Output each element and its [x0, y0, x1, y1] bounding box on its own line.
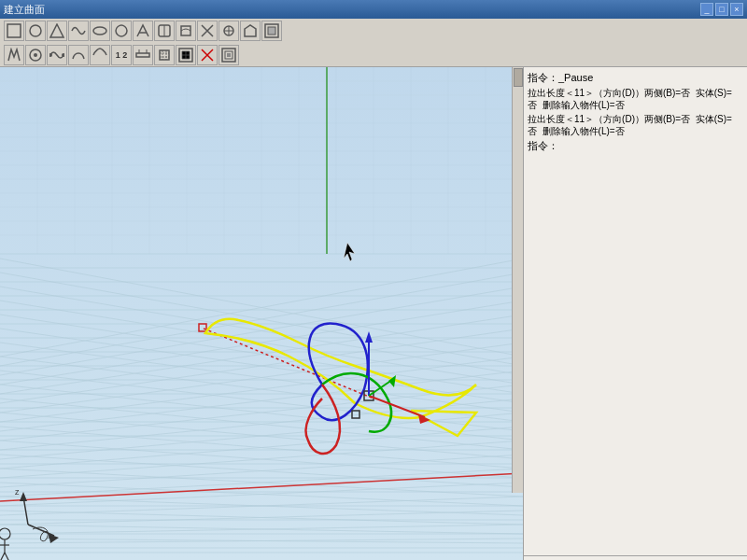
svg-marker-124 [20, 492, 27, 501]
tool-btn-1[interactable] [4, 21, 24, 41]
svg-line-54 [0, 413, 523, 459]
svg-line-79 [0, 455, 523, 487]
tool-btn-r2-2[interactable] [25, 45, 46, 65]
svg-line-84 [0, 525, 523, 534]
tool-btn-r2-5[interactable] [90, 45, 110, 65]
minimize-button[interactable]: _ [700, 3, 713, 16]
tool-btn-r2-8[interactable] [154, 45, 175, 65]
viewport[interactable]: z [0, 67, 523, 560]
tool-btn-3[interactable] [47, 21, 67, 41]
svg-line-58 [0, 469, 523, 497]
tool-btn-5[interactable] [90, 21, 110, 41]
titlebar: 建立曲面 _ □ × [0, 0, 747, 19]
close-button[interactable]: × [730, 3, 743, 16]
toolbar: 1 2 [0, 19, 747, 67]
svg-rect-15 [136, 53, 149, 57]
svg-line-46 [0, 301, 523, 385]
cmd-prompt: 指令： [528, 139, 743, 153]
svg-line-50 [0, 357, 523, 422]
scrollbar[interactable] [512, 67, 523, 493]
svg-line-44 [0, 273, 523, 366]
tool-btn-r2-7[interactable] [133, 45, 153, 65]
svg-rect-114 [199, 324, 206, 331]
svg-line-68 [0, 301, 523, 385]
svg-line-49 [0, 343, 523, 413]
svg-rect-122 [352, 411, 359, 418]
svg-line-82 [0, 497, 523, 515]
svg-line-60 [0, 497, 523, 515]
command-output: 指令：_Pause 拉出长度＜11＞（方向(D)）两侧(B)=否 实体(S)=否… [524, 67, 747, 556]
svg-line-51 [0, 371, 523, 431]
titlebar-controls[interactable]: _ □ × [700, 3, 743, 16]
scene-svg: z [0, 67, 523, 560]
svg-line-113 [204, 329, 374, 399]
tool-btn-r2-6[interactable]: 1 2 [111, 45, 132, 65]
svg-line-55 [0, 427, 523, 469]
svg-line-76 [0, 413, 523, 459]
svg-marker-119 [418, 414, 430, 424]
svg-line-63 [0, 539, 523, 543]
svg-line-112 [0, 473, 523, 501]
tool-btn-13[interactable] [261, 21, 282, 41]
svg-line-43 [0, 259, 523, 357]
svg-point-1 [30, 25, 41, 36]
tool-btn-r2-3[interactable] [47, 45, 67, 65]
svg-line-126 [28, 525, 54, 536]
svg-point-128 [0, 528, 10, 539]
tool-btn-10[interactable] [197, 21, 218, 41]
svg-line-75 [0, 399, 523, 450]
svg-line-61 [0, 511, 523, 525]
svg-line-56 [0, 441, 523, 478]
svg-line-62 [0, 525, 523, 534]
svg-text:z: z [15, 487, 20, 497]
cmd-line-1: 指令：_Pause [528, 71, 743, 85]
tool-btn-12[interactable] [240, 21, 261, 41]
svg-line-48 [0, 329, 523, 403]
svg-line-80 [0, 469, 523, 497]
tool-btn-4[interactable] [68, 21, 89, 41]
scrollbar-thumb[interactable] [514, 68, 523, 87]
maximize-button[interactable]: □ [715, 3, 728, 16]
svg-line-57 [0, 455, 523, 487]
svg-line-118 [369, 396, 425, 417]
tool-btn-2[interactable] [25, 21, 46, 41]
svg-rect-10 [268, 27, 275, 35]
svg-point-3 [93, 27, 106, 35]
tool-btn-6[interactable] [111, 21, 132, 41]
svg-marker-117 [365, 331, 373, 343]
svg-line-69 [0, 315, 523, 394]
svg-line-74 [0, 385, 523, 441]
svg-line-123 [23, 497, 28, 525]
svg-line-47 [0, 315, 523, 394]
tool-btn-r2-1[interactable] [4, 45, 24, 65]
svg-point-12 [34, 53, 37, 57]
svg-marker-2 [50, 24, 63, 37]
svg-rect-0 [7, 24, 21, 37]
svg-line-59 [0, 483, 523, 506]
svg-line-120 [369, 380, 392, 396]
cmd-line-3: 拉出长度＜11＞（方向(D)）两侧(B)=否 实体(S)=否 删除输入物件(L)… [528, 113, 743, 137]
tool-btn-11[interactable] [218, 21, 239, 41]
svg-marker-121 [388, 375, 396, 387]
tool-btn-8[interactable] [154, 21, 175, 41]
svg-rect-19 [227, 53, 231, 57]
svg-line-65 [0, 259, 523, 357]
tool-btn-7[interactable] [133, 21, 153, 41]
tool-btn-r2-9[interactable] [176, 45, 196, 65]
svg-rect-20 [0, 67, 523, 560]
svg-marker-127 [49, 534, 59, 543]
tool-btn-r2-10[interactable] [197, 45, 218, 65]
tool-btn-r2-4[interactable] [68, 45, 89, 65]
command-input-area [524, 556, 747, 560]
svg-line-66 [0, 273, 523, 366]
svg-line-81 [0, 483, 523, 506]
svg-line-85 [0, 539, 523, 543]
svg-line-83 [0, 511, 523, 525]
svg-line-131 [0, 553, 5, 560]
svg-line-132 [5, 553, 9, 560]
cmd-line-2: 拉出长度＜11＞（方向(D)）两侧(B)=否 实体(S)=否 删除输入物件(L)… [528, 87, 743, 111]
tool-btn-r2-11[interactable] [218, 45, 239, 65]
tool-btn-9[interactable] [176, 21, 196, 41]
titlebar-title: 建立曲面 [4, 3, 45, 17]
svg-rect-115 [364, 391, 374, 400]
